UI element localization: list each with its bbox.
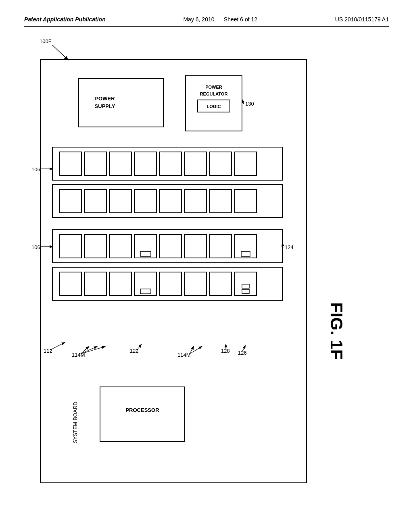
svg-line-62 [50, 343, 65, 350]
svg-line-66 [81, 347, 105, 354]
svg-text:106: 106 [31, 244, 40, 250]
svg-rect-38 [160, 235, 181, 258]
svg-rect-24 [110, 189, 131, 213]
svg-rect-13 [60, 152, 81, 175]
svg-text:124: 124 [285, 244, 294, 250]
svg-rect-19 [210, 152, 232, 175]
svg-rect-35 [110, 235, 131, 258]
svg-rect-16 [135, 152, 156, 175]
header-date: May 6, 2010 Sheet 6 of 12 [183, 16, 257, 23]
svg-rect-15 [110, 152, 131, 175]
svg-rect-54 [242, 289, 249, 293]
svg-rect-46 [110, 272, 131, 295]
svg-line-58 [282, 243, 283, 247]
svg-line-0 [52, 45, 68, 60]
svg-rect-50 [185, 272, 206, 295]
svg-rect-52 [235, 272, 257, 295]
svg-text:106: 106 [31, 166, 40, 172]
svg-rect-41 [235, 235, 257, 258]
svg-rect-40 [210, 235, 232, 258]
svg-line-68 [137, 345, 141, 350]
svg-rect-1 [40, 60, 307, 483]
svg-text:130: 130 [245, 101, 254, 107]
svg-rect-51 [210, 272, 232, 295]
svg-rect-23 [85, 189, 106, 213]
page: Patent Application Publication May 6, 20… [0, 0, 413, 532]
svg-rect-28 [210, 189, 232, 213]
svg-text:POWER: POWER [95, 96, 115, 102]
header-patent-number: US 2010/0115179 A1 [335, 16, 389, 23]
svg-rect-36 [135, 235, 156, 258]
svg-rect-22 [60, 189, 81, 213]
svg-rect-18 [185, 152, 206, 175]
svg-line-71 [190, 347, 202, 354]
svg-rect-39 [185, 235, 206, 258]
svg-text:114M: 114M [177, 352, 191, 358]
svg-rect-32 [52, 230, 282, 263]
svg-text:POWER: POWER [205, 85, 222, 89]
svg-text:128: 128 [221, 348, 230, 354]
svg-rect-17 [160, 152, 181, 175]
svg-line-65 [81, 347, 97, 354]
svg-rect-25 [135, 189, 156, 213]
svg-rect-42 [241, 251, 250, 256]
svg-rect-2 [79, 79, 163, 127]
svg-rect-48 [140, 289, 151, 294]
svg-text:PROCESSOR: PROCESSOR [125, 407, 159, 413]
page-header: Patent Application Publication May 6, 20… [24, 16, 389, 27]
svg-rect-27 [185, 189, 206, 213]
svg-rect-29 [235, 189, 257, 213]
svg-text:REGULATOR: REGULATOR [200, 91, 228, 96]
svg-line-75 [242, 346, 245, 352]
svg-text:SYSTEM BOARD: SYSTEM BOARD [72, 402, 78, 443]
svg-text:112: 112 [44, 348, 52, 354]
svg-rect-12 [52, 147, 282, 180]
svg-text:FIG. 1F: FIG. 1F [327, 302, 346, 360]
svg-rect-5 [186, 76, 242, 131]
svg-rect-37 [140, 251, 151, 256]
svg-rect-53 [242, 284, 249, 288]
svg-rect-59 [100, 387, 185, 441]
svg-line-70 [190, 347, 194, 354]
svg-rect-34 [85, 235, 106, 258]
svg-text:LOGIC: LOGIC [207, 104, 221, 109]
svg-text:122: 122 [130, 348, 139, 354]
svg-rect-20 [235, 152, 257, 175]
svg-rect-43 [52, 267, 282, 300]
diagram-svg: 100F POWER SUPPLY POWER REGULATOR LOGIC … [0, 0, 413, 532]
svg-rect-45 [85, 272, 106, 295]
svg-rect-44 [60, 272, 81, 295]
svg-rect-47 [135, 272, 156, 295]
svg-line-11 [242, 100, 244, 104]
svg-rect-21 [52, 185, 282, 218]
header-publication-label: Patent Application Publication [24, 16, 106, 23]
svg-rect-26 [160, 189, 181, 213]
svg-text:126: 126 [238, 350, 247, 356]
label-100f: 100F [40, 38, 52, 44]
svg-rect-49 [160, 272, 181, 295]
svg-rect-33 [60, 235, 81, 258]
svg-rect-8 [198, 100, 230, 112]
svg-rect-14 [85, 152, 106, 175]
svg-text:114M: 114M [72, 352, 85, 358]
svg-line-64 [81, 347, 89, 354]
svg-text:SUPPLY: SUPPLY [95, 103, 115, 109]
